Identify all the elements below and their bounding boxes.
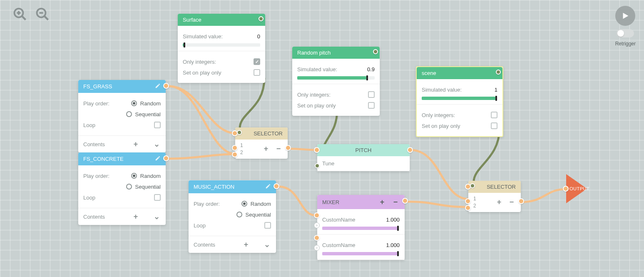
output-port[interactable] xyxy=(402,198,408,204)
plus-icon[interactable]: + xyxy=(132,212,140,221)
chevron-down-icon[interactable]: ⌄ xyxy=(152,140,161,148)
arrow-port-2[interactable]: › xyxy=(314,245,320,251)
pencil-icon[interactable] xyxy=(265,183,271,190)
node-title: Surface xyxy=(183,17,201,23)
radio-random[interactable] xyxy=(131,173,137,179)
svg-line-1 xyxy=(22,16,26,20)
param-in-port[interactable] xyxy=(470,183,475,188)
output-port[interactable] xyxy=(163,83,169,89)
input-port[interactable] xyxy=(314,147,320,153)
radio-random[interactable] xyxy=(131,100,137,106)
output-port[interactable] xyxy=(518,198,524,204)
set-on-play-checkbox[interactable] xyxy=(491,122,497,129)
retrigger-toggle[interactable] xyxy=(617,29,634,37)
loop-checkbox[interactable] xyxy=(264,222,271,229)
input-port-2[interactable] xyxy=(232,152,238,157)
minus-icon[interactable]: − xyxy=(274,145,283,153)
plus-icon[interactable]: + xyxy=(242,240,250,249)
output-port[interactable] xyxy=(163,155,169,161)
node-music-action[interactable]: MUSIC_ACTION Play order:Random Sequentia… xyxy=(189,180,276,253)
only-integers-checkbox[interactable] xyxy=(368,91,375,98)
minus-icon[interactable]: − xyxy=(507,198,516,207)
radio-sequential[interactable] xyxy=(126,184,132,190)
only-integers-checkbox[interactable] xyxy=(491,112,497,118)
param-port[interactable] xyxy=(496,70,501,75)
radio-sequential[interactable] xyxy=(126,111,132,117)
plus-icon[interactable]: + xyxy=(132,140,140,148)
value-slider[interactable] xyxy=(422,97,497,100)
zoom-in-button[interactable] xyxy=(12,6,28,22)
plus-icon[interactable]: + xyxy=(378,198,386,206)
output-node[interactable]: OUTPUT xyxy=(566,174,587,203)
svg-line-5 xyxy=(45,16,48,20)
input-port-1[interactable] xyxy=(232,145,238,151)
arrow-port-1[interactable]: › xyxy=(314,222,320,228)
zoom-out-button[interactable] xyxy=(34,6,51,22)
output-label: OUTPUT xyxy=(569,186,589,191)
output-port[interactable] xyxy=(274,183,279,189)
node-title: Random pitch xyxy=(297,50,331,56)
node-title: FS_GRASS xyxy=(83,83,112,90)
loop-checkbox[interactable] xyxy=(154,122,161,128)
radio-sequential[interactable] xyxy=(236,212,242,217)
param-in-port[interactable] xyxy=(315,163,320,168)
only-integers-checkbox[interactable] xyxy=(254,58,260,65)
pencil-icon[interactable] xyxy=(155,83,161,90)
retrigger-label: Retrigger xyxy=(615,41,636,47)
node-title: SELECTOR xyxy=(254,130,283,137)
param-in-port[interactable] xyxy=(237,130,242,135)
node-title: MUSIC_ACTION xyxy=(194,184,234,190)
plus-icon[interactable]: + xyxy=(495,198,503,207)
minus-icon[interactable]: − xyxy=(391,198,400,206)
input-port-1[interactable] xyxy=(465,198,471,204)
input-port-2[interactable] xyxy=(314,235,320,241)
plus-icon[interactable]: + xyxy=(262,145,270,153)
channel-2-slider[interactable] xyxy=(322,252,400,255)
set-on-play-checkbox[interactable] xyxy=(254,69,260,76)
node-title: FS_CONCRETE xyxy=(83,156,124,162)
output-port[interactable] xyxy=(285,145,291,151)
param-port[interactable] xyxy=(259,16,264,21)
node-selector-2[interactable]: SELECTOR 1 2 + − xyxy=(468,181,521,212)
loop-checkbox[interactable] xyxy=(154,194,161,201)
node-random-pitch[interactable]: Random pitch Simulated value:0.9 Only in… xyxy=(292,47,380,116)
node-fs-concrete[interactable]: FS_CONCRETE Play order:Random Sequential… xyxy=(78,152,166,225)
input-port-1[interactable] xyxy=(314,212,320,218)
param-port[interactable] xyxy=(373,49,378,54)
set-on-play-checkbox[interactable] xyxy=(368,102,375,109)
node-pitch[interactable]: PITCH Tune xyxy=(317,144,410,171)
node-scene[interactable]: scene Simulated value:1 Only integers: S… xyxy=(416,66,503,137)
play-button[interactable] xyxy=(615,6,635,26)
pencil-icon[interactable] xyxy=(155,155,161,162)
channel-1-slider[interactable] xyxy=(322,227,400,230)
node-surface[interactable]: Surface Simulated value:0 Only integers:… xyxy=(178,14,265,83)
node-mixer[interactable]: MIXER + − CustomName1.000 CustomName1.00… xyxy=(317,195,405,260)
output-port[interactable] xyxy=(407,147,413,153)
input-port-2[interactable] xyxy=(465,205,471,211)
node-selector-1[interactable]: SELECTOR 1 2 + − xyxy=(235,127,288,159)
node-title: PITCH xyxy=(356,147,372,153)
chevron-down-icon[interactable]: ⌄ xyxy=(152,212,161,221)
node-fs-grass[interactable]: FS_GRASS Play order:Random Sequential Lo… xyxy=(78,80,166,152)
node-title: SELECTOR xyxy=(487,184,516,190)
output-input-port[interactable] xyxy=(563,186,569,192)
value-slider[interactable] xyxy=(183,43,260,47)
value-slider[interactable] xyxy=(297,76,375,80)
node-title: MIXER xyxy=(322,199,339,205)
node-title: scene xyxy=(422,70,436,76)
chevron-down-icon[interactable]: ⌄ xyxy=(263,240,271,249)
radio-random[interactable] xyxy=(241,201,247,207)
